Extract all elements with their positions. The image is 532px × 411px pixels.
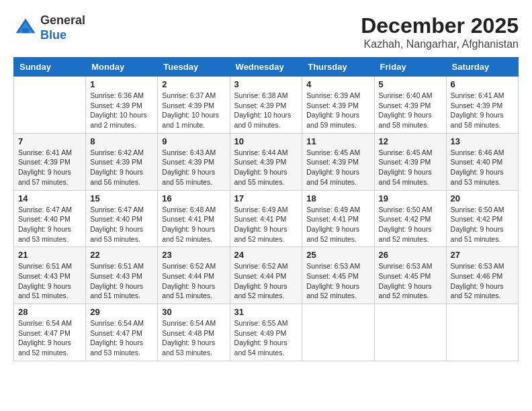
day-info: Sunrise: 6:54 AMSunset: 4:47 PMDaylight:… [90,318,153,358]
location-title: Kazhah, Nangarhar, Afghanistan [361,38,519,50]
day-number: 30 [162,307,225,317]
calendar-cell: 4Sunrise: 6:39 AMSunset: 4:39 PMDaylight… [302,77,374,134]
day-info: Sunrise: 6:46 AMSunset: 4:40 PMDaylight:… [451,148,514,187]
calendar-cell: 31Sunrise: 6:55 AMSunset: 4:49 PMDayligh… [230,304,302,361]
day-info: Sunrise: 6:47 AMSunset: 4:40 PMDaylight:… [90,205,153,244]
day-number: 2 [162,79,225,89]
calendar-cell: 16Sunrise: 6:48 AMSunset: 4:41 PMDayligh… [158,190,230,247]
calendar-header-thursday: Thursday [302,58,374,77]
calendar-header-tuesday: Tuesday [158,58,230,77]
day-number: 6 [451,79,514,89]
logo: General Blue [13,13,85,42]
calendar-cell: 24Sunrise: 6:52 AMSunset: 4:44 PMDayligh… [230,247,302,304]
calendar-cell [374,304,446,361]
calendar-cell: 28Sunrise: 6:54 AMSunset: 4:47 PMDayligh… [14,304,86,361]
day-number: 21 [18,250,81,260]
day-number: 1 [90,79,153,89]
calendar-cell: 19Sunrise: 6:50 AMSunset: 4:42 PMDayligh… [374,190,446,247]
calendar-header-friday: Friday [374,58,446,77]
day-info: Sunrise: 6:54 AMSunset: 4:48 PMDaylight:… [162,318,225,358]
calendar-cell: 18Sunrise: 6:49 AMSunset: 4:41 PMDayligh… [302,190,374,247]
day-number: 11 [306,136,369,146]
day-number: 13 [451,136,514,146]
day-info: Sunrise: 6:53 AMSunset: 4:45 PMDaylight:… [306,261,369,301]
day-number: 26 [379,250,442,260]
day-number: 28 [18,307,81,317]
day-number: 9 [162,136,225,146]
calendar-header-row: SundayMondayTuesdayWednesdayThursdayFrid… [14,58,519,77]
calendar-cell: 10Sunrise: 6:44 AMSunset: 4:39 PMDayligh… [230,133,302,190]
calendar-cell: 20Sunrise: 6:50 AMSunset: 4:42 PMDayligh… [446,190,518,247]
calendar-header-saturday: Saturday [446,58,518,77]
page-header: General Blue December 2025 Kazhah, Nanga… [13,13,519,50]
calendar-cell: 26Sunrise: 6:53 AMSunset: 4:45 PMDayligh… [374,247,446,304]
day-number: 19 [379,193,442,203]
day-number: 4 [306,79,369,89]
day-number: 27 [451,250,514,260]
day-number: 16 [162,193,225,203]
calendar-cell: 11Sunrise: 6:45 AMSunset: 4:39 PMDayligh… [302,133,374,190]
calendar-cell: 22Sunrise: 6:51 AMSunset: 4:43 PMDayligh… [86,247,158,304]
month-title: December 2025 [361,13,519,38]
calendar-cell: 13Sunrise: 6:46 AMSunset: 4:40 PMDayligh… [446,133,518,190]
day-number: 22 [90,250,153,260]
day-info: Sunrise: 6:48 AMSunset: 4:41 PMDaylight:… [162,205,225,244]
day-info: Sunrise: 6:51 AMSunset: 4:43 PMDaylight:… [18,261,81,301]
calendar-header-sunday: Sunday [14,58,86,77]
calendar-cell: 15Sunrise: 6:47 AMSunset: 4:40 PMDayligh… [86,190,158,247]
day-number: 25 [306,250,369,260]
day-info: Sunrise: 6:49 AMSunset: 4:41 PMDaylight:… [234,205,298,244]
day-number: 8 [90,136,153,146]
day-info: Sunrise: 6:53 AMSunset: 4:45 PMDaylight:… [379,261,442,301]
day-number: 18 [306,193,369,203]
logo-icon [13,16,38,40]
svg-rect-2 [23,28,29,33]
day-info: Sunrise: 6:54 AMSunset: 4:47 PMDaylight:… [18,318,81,358]
calendar-cell: 21Sunrise: 6:51 AMSunset: 4:43 PMDayligh… [14,247,86,304]
calendar-cell: 1Sunrise: 6:36 AMSunset: 4:39 PMDaylight… [86,77,158,134]
calendar-cell: 27Sunrise: 6:53 AMSunset: 4:46 PMDayligh… [446,247,518,304]
day-info: Sunrise: 6:52 AMSunset: 4:44 PMDaylight:… [162,261,225,301]
calendar-cell [302,304,374,361]
day-info: Sunrise: 6:47 AMSunset: 4:40 PMDaylight:… [18,205,81,244]
calendar-cell: 2Sunrise: 6:37 AMSunset: 4:39 PMDaylight… [158,77,230,134]
day-info: Sunrise: 6:50 AMSunset: 4:42 PMDaylight:… [451,205,514,244]
calendar-cell: 29Sunrise: 6:54 AMSunset: 4:47 PMDayligh… [86,304,158,361]
calendar-cell [14,77,86,134]
calendar-table: SundayMondayTuesdayWednesdayThursdayFrid… [13,57,519,361]
day-info: Sunrise: 6:37 AMSunset: 4:39 PMDaylight:… [162,91,225,130]
day-number: 29 [90,307,153,317]
day-info: Sunrise: 6:51 AMSunset: 4:43 PMDaylight:… [90,261,153,301]
day-info: Sunrise: 6:52 AMSunset: 4:44 PMDaylight:… [234,261,298,301]
day-number: 24 [234,250,298,260]
day-number: 31 [234,307,298,317]
calendar-cell: 5Sunrise: 6:40 AMSunset: 4:39 PMDaylight… [374,77,446,134]
day-info: Sunrise: 6:42 AMSunset: 4:39 PMDaylight:… [90,148,153,187]
day-info: Sunrise: 6:41 AMSunset: 4:39 PMDaylight:… [18,148,81,187]
calendar-header-wednesday: Wednesday [230,58,302,77]
calendar-cell: 9Sunrise: 6:43 AMSunset: 4:39 PMDaylight… [158,133,230,190]
calendar-cell: 25Sunrise: 6:53 AMSunset: 4:45 PMDayligh… [302,247,374,304]
calendar-week-row: 14Sunrise: 6:47 AMSunset: 4:40 PMDayligh… [14,190,519,247]
day-number: 3 [234,79,298,89]
day-info: Sunrise: 6:49 AMSunset: 4:41 PMDaylight:… [306,205,369,244]
day-number: 17 [234,193,298,203]
calendar-week-row: 28Sunrise: 6:54 AMSunset: 4:47 PMDayligh… [14,304,519,361]
day-number: 23 [162,250,225,260]
calendar-cell: 12Sunrise: 6:45 AMSunset: 4:39 PMDayligh… [374,133,446,190]
calendar-cell: 7Sunrise: 6:41 AMSunset: 4:39 PMDaylight… [14,133,86,190]
calendar-week-row: 1Sunrise: 6:36 AMSunset: 4:39 PMDaylight… [14,77,519,134]
day-number: 7 [18,136,81,146]
calendar-cell [446,304,518,361]
day-info: Sunrise: 6:44 AMSunset: 4:39 PMDaylight:… [234,148,298,187]
calendar-cell: 23Sunrise: 6:52 AMSunset: 4:44 PMDayligh… [158,247,230,304]
calendar-cell: 17Sunrise: 6:49 AMSunset: 4:41 PMDayligh… [230,190,302,247]
day-info: Sunrise: 6:40 AMSunset: 4:39 PMDaylight:… [379,91,442,130]
day-info: Sunrise: 6:43 AMSunset: 4:39 PMDaylight:… [162,148,225,187]
day-info: Sunrise: 6:38 AMSunset: 4:39 PMDaylight:… [234,91,298,130]
calendar-cell: 8Sunrise: 6:42 AMSunset: 4:39 PMDaylight… [86,133,158,190]
day-number: 20 [451,193,514,203]
logo-text: General Blue [40,13,85,42]
day-number: 10 [234,136,298,146]
day-info: Sunrise: 6:50 AMSunset: 4:42 PMDaylight:… [379,205,442,244]
